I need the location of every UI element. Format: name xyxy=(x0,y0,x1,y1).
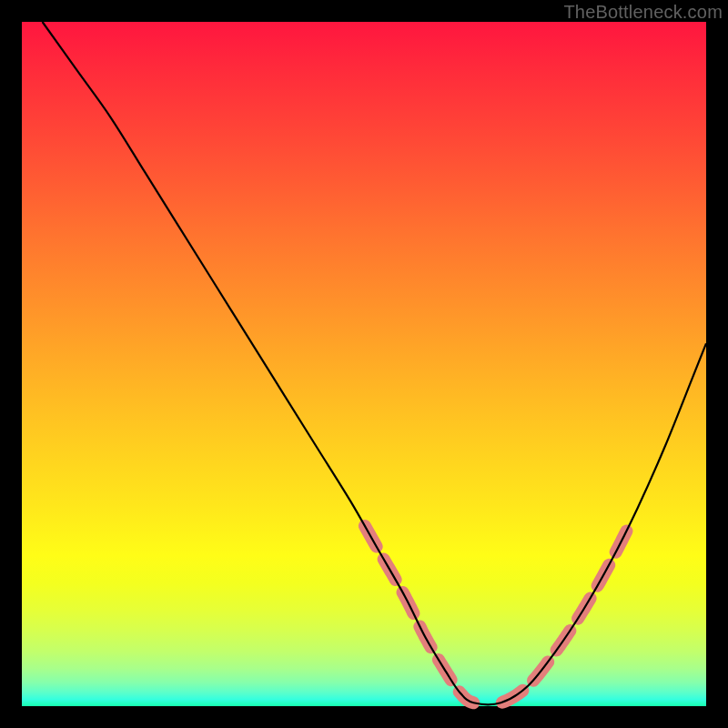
highlight-dash-path xyxy=(365,526,629,703)
bottleneck-curve xyxy=(43,22,706,704)
chart-svg xyxy=(22,22,706,706)
watermark-text: TheBottleneck.com xyxy=(563,2,723,23)
chart-frame: TheBottleneck.com xyxy=(0,0,728,728)
